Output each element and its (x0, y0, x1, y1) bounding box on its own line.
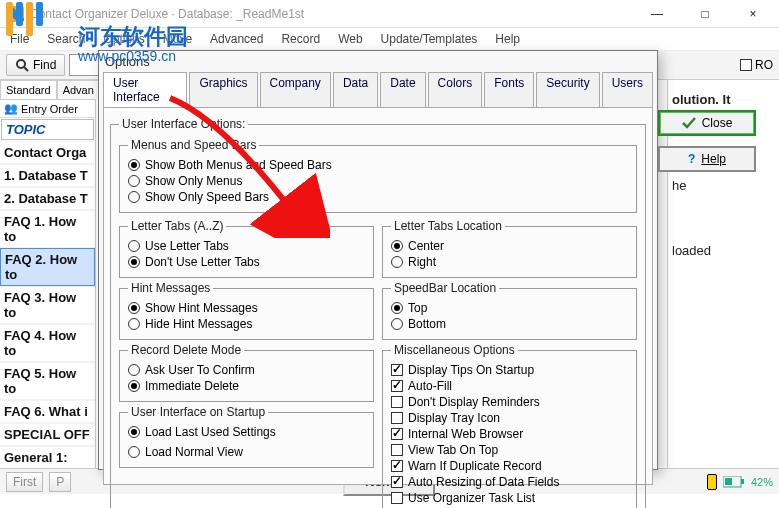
topic-item[interactable]: FAQ 4. How to (0, 324, 95, 362)
opt-tips[interactable]: Display Tips On Startup (391, 363, 628, 377)
help-icon: ? (688, 152, 695, 166)
opt-tray-icon[interactable]: Display Tray Icon (391, 411, 628, 425)
dialog-close-button[interactable]: Close (658, 110, 756, 136)
opt-warn-duplicate[interactable]: Warn If Duplicate Record (391, 459, 628, 473)
opt-hide-hints[interactable]: Hide Hint Messages (128, 317, 365, 331)
opt-view-tab-top[interactable]: View Tab On Top (391, 443, 628, 457)
close-label: Close (702, 116, 733, 130)
menu-update[interactable]: Update/Templates (381, 32, 478, 46)
opt-autofill[interactable]: Auto-Fill (391, 379, 628, 393)
legend-hint: Hint Messages (128, 281, 213, 295)
menu-advanced[interactable]: Advanced (210, 32, 263, 46)
opt-use-letter-tabs[interactable]: Use Letter Tabs (128, 239, 365, 253)
legend-speedbar-loc: SpeedBar Location (391, 281, 499, 295)
opt-auto-resize[interactable]: Auto Resizing of Data Fields (391, 475, 628, 489)
topic-item[interactable]: FAQ 6. What i (0, 400, 95, 423)
window-title: Contact Organizer Deluxe · Database: _Re… (30, 7, 304, 21)
check-icon (682, 117, 696, 129)
ro-label: RO (755, 58, 773, 72)
topic-item[interactable]: 2. Database T (0, 187, 95, 210)
topic-list: Contact Orga1. Database T2. Database TFA… (0, 141, 95, 468)
opt-show-menus[interactable]: Show Only Menus (128, 174, 628, 188)
topic-item[interactable]: General 1: Fre (0, 446, 95, 468)
opt-ask-confirm[interactable]: Ask User To Confirm (128, 363, 365, 377)
topic-item[interactable]: FAQ 2. How to (0, 248, 95, 286)
pin-icon (707, 474, 717, 490)
tab-security[interactable]: Security (536, 72, 599, 107)
window-minimize[interactable]: — (639, 7, 675, 21)
entry-order[interactable]: 👥 Entry Order (0, 100, 95, 118)
menu-bar: File Search Options Move Advanced Record… (0, 28, 779, 51)
subtab-advanced[interactable]: Advan (57, 80, 100, 99)
menu-file[interactable]: File (10, 32, 29, 46)
topic-item[interactable]: FAQ 5. How to (0, 362, 95, 400)
tab-colors[interactable]: Colors (428, 72, 483, 107)
tab-company[interactable]: Company (260, 72, 331, 107)
preview-line: he (672, 178, 775, 193)
group-letter-tabs: Letter Tabs (A..Z) Use Letter Tabs Don't… (119, 219, 374, 278)
opt-letter-right[interactable]: Right (391, 255, 628, 269)
nav-prev[interactable]: P (49, 472, 71, 492)
opt-load-last[interactable]: Load Last Used Settings (128, 425, 365, 439)
group-delete-mode: Record Delete Mode Ask User To Confirm I… (119, 343, 374, 402)
opt-no-reminders[interactable]: Don't Display Reminders (391, 395, 628, 409)
legend-menus-speed: Menus and Speed Bars (128, 138, 259, 152)
battery-icon (723, 476, 745, 488)
find-label: Find (33, 58, 56, 72)
window-close[interactable]: × (735, 7, 771, 21)
opt-immediate-delete[interactable]: Immediate Delete (128, 379, 365, 393)
window-maximize[interactable]: □ (687, 7, 723, 21)
group-ui-options: User Interface Options: Menus and Speed … (110, 117, 646, 508)
svg-line-1 (24, 67, 28, 71)
tab-users[interactable]: Users (602, 72, 653, 107)
menu-web[interactable]: Web (338, 32, 362, 46)
menu-options[interactable]: Options (103, 32, 144, 46)
dialog-tabs: User Interface Graphics Company Data Dat… (99, 72, 657, 107)
group-hint-messages: Hint Messages Show Hint Messages Hide Hi… (119, 281, 374, 340)
battery-indicator: 42% (723, 476, 773, 488)
topic-item[interactable]: Contact Orga (0, 141, 95, 164)
menu-help[interactable]: Help (495, 32, 520, 46)
dialog-help-button[interactable]: ? Help (658, 146, 756, 172)
tab-fonts[interactable]: Fonts (484, 72, 534, 107)
topic-header: TOPIC (1, 119, 94, 140)
opt-show-speed[interactable]: Show Only Speed Bars (128, 190, 628, 204)
opt-show-both[interactable]: Show Both Menus and Speed Bars (128, 158, 628, 172)
topic-item[interactable]: 1. Database T (0, 164, 95, 187)
opt-show-hints[interactable]: Show Hint Messages (128, 301, 365, 315)
legend-ui-options: User Interface Options: (119, 117, 248, 131)
preview-line: olution. It (672, 92, 775, 107)
group-startup: User Interface on Startup Load Last Used… (119, 405, 374, 468)
menu-move[interactable]: Move (163, 32, 192, 46)
app-icon (8, 6, 24, 22)
subtab-standard[interactable]: Standard (0, 80, 57, 99)
menu-search[interactable]: Search (47, 32, 85, 46)
opt-letter-center[interactable]: Center (391, 239, 628, 253)
legend-letter-tabs: Letter Tabs (A..Z) (128, 219, 226, 233)
nav-first[interactable]: First (6, 472, 43, 492)
help-label: Help (701, 152, 726, 166)
opt-internal-browser[interactable]: Internal Web Browser (391, 427, 628, 441)
entry-order-label: Entry Order (21, 103, 78, 115)
topic-item[interactable]: SPECIAL OFF (0, 423, 95, 446)
menu-record[interactable]: Record (281, 32, 320, 46)
ro-checkbox[interactable]: RO (740, 58, 773, 72)
svg-point-0 (17, 60, 25, 68)
tab-date[interactable]: Date (380, 72, 425, 107)
group-menus-speed: Menus and Speed Bars Show Both Menus and… (119, 138, 637, 213)
legend-letter-loc: Letter Tabs Location (391, 219, 505, 233)
legend-misc: Miscellaneous Options (391, 343, 518, 357)
opt-speedbar-top[interactable]: Top (391, 301, 628, 315)
group-speedbar-loc: SpeedBar Location Top Bottom (382, 281, 637, 340)
topic-item[interactable]: FAQ 3. How to (0, 286, 95, 324)
opt-speedbar-bottom[interactable]: Bottom (391, 317, 628, 331)
opt-load-normal[interactable]: Load Normal View (128, 445, 365, 459)
opt-task-list[interactable]: Use Organizer Task List (391, 491, 628, 505)
preview-line: loaded (672, 243, 775, 258)
topic-item[interactable]: FAQ 1. How to (0, 210, 95, 248)
tab-user-interface[interactable]: User Interface (103, 72, 187, 107)
tab-graphics[interactable]: Graphics (189, 72, 257, 107)
find-button[interactable]: Find (6, 54, 65, 76)
opt-dont-use-letter-tabs[interactable]: Don't Use Letter Tabs (128, 255, 365, 269)
tab-data[interactable]: Data (333, 72, 378, 107)
